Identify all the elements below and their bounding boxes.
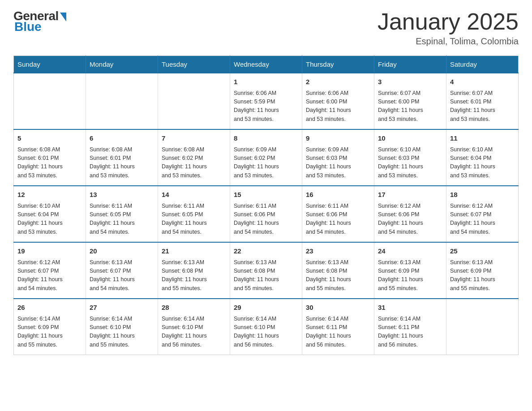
day-info: Sunrise: 6:13 AMSunset: 6:07 PMDaylight:…	[90, 258, 154, 293]
day-info: Sunrise: 6:13 AMSunset: 6:08 PMDaylight:…	[306, 258, 370, 293]
calendar-week-row: 5Sunrise: 6:08 AMSunset: 6:01 PMDaylight…	[14, 129, 519, 186]
calendar-cell: 11Sunrise: 6:10 AMSunset: 6:04 PMDayligh…	[446, 129, 519, 186]
day-number: 1	[234, 77, 298, 87]
day-info: Sunrise: 6:14 AMSunset: 6:10 PMDaylight:…	[162, 315, 226, 350]
day-number: 16	[306, 190, 370, 200]
day-number: 25	[450, 246, 515, 257]
calendar-cell: 25Sunrise: 6:13 AMSunset: 6:09 PMDayligh…	[446, 242, 519, 299]
day-info: Sunrise: 6:12 AMSunset: 6:06 PMDaylight:…	[378, 202, 442, 237]
day-number: 29	[234, 303, 298, 313]
calendar-week-row: 12Sunrise: 6:10 AMSunset: 6:04 PMDayligh…	[14, 186, 519, 242]
calendar-week-row: 19Sunrise: 6:12 AMSunset: 6:07 PMDayligh…	[14, 242, 519, 299]
day-info: Sunrise: 6:11 AMSunset: 6:06 PMDaylight:…	[234, 202, 298, 237]
calendar-header-row: SundayMondayTuesdayWednesdayThursdayFrid…	[14, 56, 519, 73]
day-info: Sunrise: 6:06 AMSunset: 5:59 PMDaylight:…	[234, 89, 298, 124]
day-number: 31	[378, 303, 442, 313]
location-subtitle: Espinal, Tolima, Colombia	[378, 36, 519, 47]
month-title: January 2025	[378, 9, 519, 34]
day-number: 12	[17, 190, 82, 200]
day-number: 3	[378, 77, 442, 87]
calendar-table: SundayMondayTuesdayWednesdayThursdayFrid…	[13, 56, 519, 355]
day-number: 7	[162, 133, 226, 144]
day-number: 28	[162, 303, 226, 313]
day-number: 14	[162, 190, 226, 200]
day-info: Sunrise: 6:14 AMSunset: 6:11 PMDaylight:…	[306, 315, 370, 350]
day-info: Sunrise: 6:07 AMSunset: 6:01 PMDaylight:…	[450, 89, 515, 124]
day-info: Sunrise: 6:11 AMSunset: 6:06 PMDaylight:…	[306, 202, 370, 237]
calendar-cell: 3Sunrise: 6:07 AMSunset: 6:00 PMDaylight…	[374, 73, 446, 129]
day-info: Sunrise: 6:10 AMSunset: 6:04 PMDaylight:…	[17, 202, 82, 237]
calendar-cell: 30Sunrise: 6:14 AMSunset: 6:11 PMDayligh…	[302, 299, 374, 355]
calendar-cell: 15Sunrise: 6:11 AMSunset: 6:06 PMDayligh…	[230, 186, 302, 242]
calendar-cell	[446, 299, 519, 355]
day-info: Sunrise: 6:14 AMSunset: 6:10 PMDaylight:…	[90, 315, 154, 350]
day-number: 9	[306, 133, 370, 144]
calendar-cell: 4Sunrise: 6:07 AMSunset: 6:01 PMDaylight…	[446, 73, 519, 129]
calendar-cell: 8Sunrise: 6:09 AMSunset: 6:02 PMDaylight…	[230, 129, 302, 186]
day-number: 24	[378, 246, 442, 257]
calendar-cell: 17Sunrise: 6:12 AMSunset: 6:06 PMDayligh…	[374, 186, 446, 242]
day-info: Sunrise: 6:10 AMSunset: 6:04 PMDaylight:…	[450, 146, 515, 180]
page-header: General Blue January 2025 Espinal, Tolim…	[13, 9, 519, 47]
calendar-cell: 26Sunrise: 6:14 AMSunset: 6:09 PMDayligh…	[14, 299, 86, 355]
calendar-cell	[158, 73, 230, 129]
day-number: 18	[450, 190, 515, 200]
day-number: 30	[306, 303, 370, 313]
day-number: 2	[306, 77, 370, 87]
calendar-cell: 9Sunrise: 6:09 AMSunset: 6:03 PMDaylight…	[302, 129, 374, 186]
day-of-week-header-thursday: Thursday	[302, 56, 374, 73]
day-number: 4	[450, 77, 515, 87]
calendar-cell: 22Sunrise: 6:13 AMSunset: 6:08 PMDayligh…	[230, 242, 302, 299]
calendar-cell: 29Sunrise: 6:14 AMSunset: 6:10 PMDayligh…	[230, 299, 302, 355]
day-info: Sunrise: 6:14 AMSunset: 6:10 PMDaylight:…	[234, 315, 298, 350]
day-info: Sunrise: 6:11 AMSunset: 6:05 PMDaylight:…	[162, 202, 226, 237]
day-number: 15	[234, 190, 298, 200]
day-of-week-header-friday: Friday	[374, 56, 446, 73]
day-of-week-header-wednesday: Wednesday	[230, 56, 302, 73]
day-of-week-header-monday: Monday	[86, 56, 158, 73]
day-info: Sunrise: 6:08 AMSunset: 6:01 PMDaylight:…	[17, 146, 82, 180]
calendar-cell: 10Sunrise: 6:10 AMSunset: 6:03 PMDayligh…	[374, 129, 446, 186]
day-number: 10	[378, 133, 442, 144]
calendar-cell: 5Sunrise: 6:08 AMSunset: 6:01 PMDaylight…	[14, 129, 86, 186]
day-of-week-header-saturday: Saturday	[446, 56, 519, 73]
day-number: 26	[17, 303, 82, 313]
calendar-cell: 23Sunrise: 6:13 AMSunset: 6:08 PMDayligh…	[302, 242, 374, 299]
day-number: 6	[90, 133, 154, 144]
logo: General Blue	[13, 9, 66, 34]
day-info: Sunrise: 6:12 AMSunset: 6:07 PMDaylight:…	[17, 258, 82, 293]
day-of-week-header-sunday: Sunday	[14, 56, 86, 73]
day-number: 17	[378, 190, 442, 200]
day-info: Sunrise: 6:08 AMSunset: 6:01 PMDaylight:…	[90, 146, 154, 180]
day-number: 11	[450, 133, 515, 144]
calendar-week-row: 26Sunrise: 6:14 AMSunset: 6:09 PMDayligh…	[14, 299, 519, 355]
day-number: 5	[17, 133, 82, 144]
day-info: Sunrise: 6:13 AMSunset: 6:09 PMDaylight:…	[450, 258, 515, 293]
calendar-cell: 1Sunrise: 6:06 AMSunset: 5:59 PMDaylight…	[230, 73, 302, 129]
calendar-cell	[86, 73, 158, 129]
day-number: 21	[162, 246, 226, 257]
day-info: Sunrise: 6:07 AMSunset: 6:00 PMDaylight:…	[378, 89, 442, 124]
day-number: 23	[306, 246, 370, 257]
day-info: Sunrise: 6:08 AMSunset: 6:02 PMDaylight:…	[162, 146, 226, 180]
calendar-cell: 6Sunrise: 6:08 AMSunset: 6:01 PMDaylight…	[86, 129, 158, 186]
title-section: January 2025 Espinal, Tolima, Colombia	[378, 9, 519, 47]
day-info: Sunrise: 6:14 AMSunset: 6:11 PMDaylight:…	[378, 315, 442, 350]
calendar-cell: 27Sunrise: 6:14 AMSunset: 6:10 PMDayligh…	[86, 299, 158, 355]
calendar-cell: 19Sunrise: 6:12 AMSunset: 6:07 PMDayligh…	[14, 242, 86, 299]
calendar-cell: 28Sunrise: 6:14 AMSunset: 6:10 PMDayligh…	[158, 299, 230, 355]
calendar-cell: 16Sunrise: 6:11 AMSunset: 6:06 PMDayligh…	[302, 186, 374, 242]
day-info: Sunrise: 6:09 AMSunset: 6:02 PMDaylight:…	[234, 146, 298, 180]
calendar-cell: 24Sunrise: 6:13 AMSunset: 6:09 PMDayligh…	[374, 242, 446, 299]
day-number: 13	[90, 190, 154, 200]
day-number: 22	[234, 246, 298, 257]
day-number: 27	[90, 303, 154, 313]
day-info: Sunrise: 6:06 AMSunset: 6:00 PMDaylight:…	[306, 89, 370, 124]
calendar-cell: 2Sunrise: 6:06 AMSunset: 6:00 PMDaylight…	[302, 73, 374, 129]
logo-blue-text: Blue	[14, 20, 42, 34]
calendar-cell: 13Sunrise: 6:11 AMSunset: 6:05 PMDayligh…	[86, 186, 158, 242]
day-of-week-header-tuesday: Tuesday	[158, 56, 230, 73]
calendar-cell: 14Sunrise: 6:11 AMSunset: 6:05 PMDayligh…	[158, 186, 230, 242]
day-info: Sunrise: 6:12 AMSunset: 6:07 PMDaylight:…	[450, 202, 515, 237]
calendar-cell	[14, 73, 86, 129]
